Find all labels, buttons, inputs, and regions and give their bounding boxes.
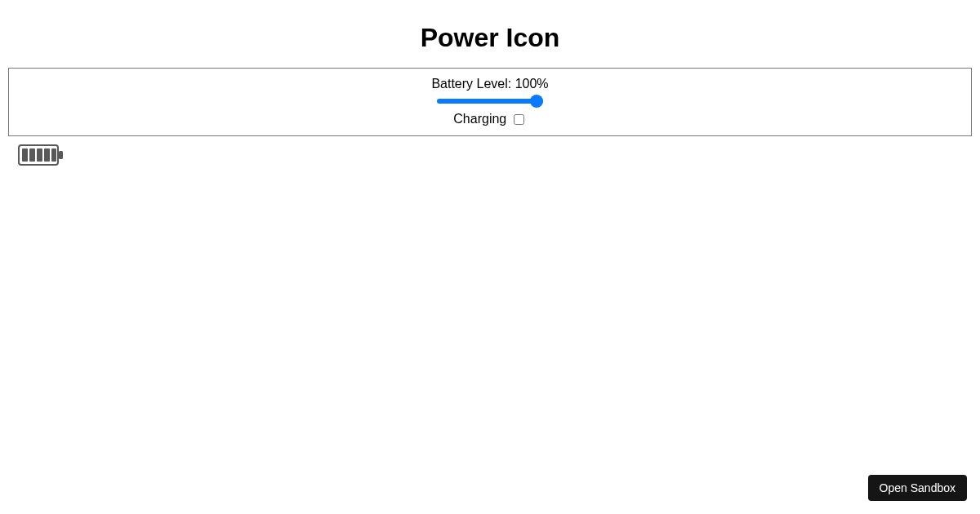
svg-rect-1 [59,151,63,159]
controls-panel: Battery Level: 100% Charging [8,68,972,136]
charging-row: Charging [17,112,963,127]
page-title: Power Icon [8,23,972,53]
svg-rect-5 [44,148,50,162]
svg-rect-4 [37,148,42,162]
battery-level-value: 100% [515,77,549,91]
svg-rect-3 [29,148,35,162]
battery-slider-row [17,95,963,110]
battery-icon-wrap [18,144,972,169]
svg-rect-2 [22,148,28,162]
battery-level-label-prefix: Battery Level: [431,77,514,91]
battery-level-label: Battery Level: 100% [17,77,963,91]
battery-level-slider[interactable] [437,99,543,104]
svg-rect-6 [51,148,56,162]
charging-label: Charging [453,112,506,126]
battery-icon [18,144,64,169]
charging-checkbox[interactable] [514,114,524,125]
